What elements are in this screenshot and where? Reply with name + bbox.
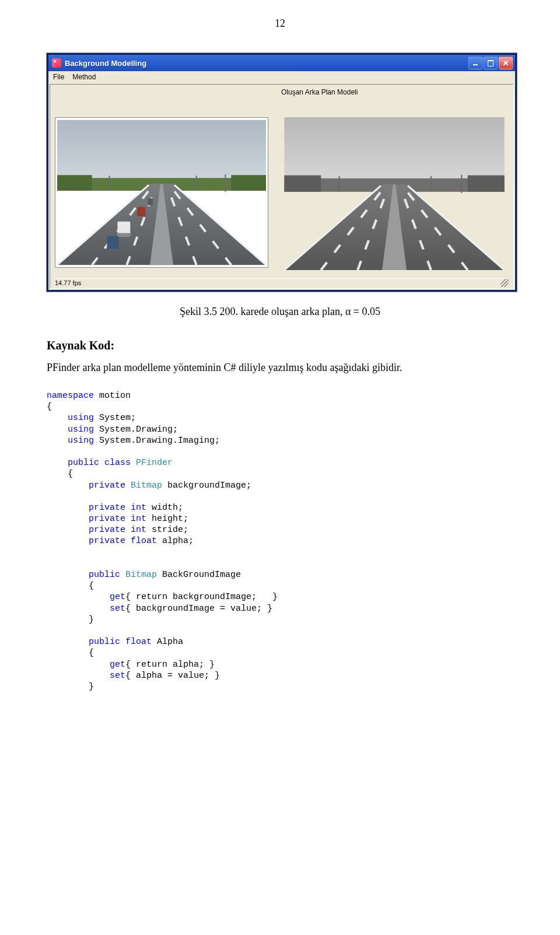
svg-rect-15 — [107, 236, 119, 249]
menu-file[interactable]: File — [53, 73, 64, 81]
svg-rect-14 — [137, 207, 145, 216]
svg-rect-23 — [284, 176, 321, 192]
input-frame-image — [55, 117, 268, 268]
maximize-button[interactable] — [484, 57, 498, 69]
menu-method[interactable]: Method — [72, 73, 96, 81]
code-listing: namespace motion { using System; using S… — [47, 390, 513, 692]
background-model-label: Oluşan Arka Plan Modeli — [281, 88, 509, 96]
app-icon — [52, 58, 61, 68]
source-code-heading: Kaynak Kod: — [47, 339, 513, 352]
menubar: File Method — [48, 71, 515, 83]
svg-rect-2 — [231, 175, 266, 191]
minimize-button[interactable] — [468, 57, 482, 69]
svg-rect-16 — [148, 198, 153, 205]
window-title: Background Modelling — [65, 59, 146, 68]
close-button[interactable] — [499, 57, 513, 69]
page-number: 12 — [47, 17, 513, 30]
titlebar: Background Modelling — [48, 55, 515, 71]
svg-rect-20 — [284, 117, 504, 184]
svg-rect-0 — [57, 120, 266, 184]
figure-caption: Şekil 3.5 200. karede oluşan arka plan, … — [47, 306, 513, 318]
svg-rect-22 — [468, 176, 505, 192]
client-area: Oluşan Arka Plan Modeli — [50, 84, 514, 289]
background-model-image — [281, 117, 508, 270]
svg-rect-3 — [57, 175, 92, 191]
statusbar: 14.77 fps — [55, 278, 509, 287]
resize-grip-icon[interactable] — [501, 279, 509, 287]
status-fps: 14.77 fps — [55, 279, 81, 286]
svg-rect-13 — [117, 233, 130, 237]
application-window: Background Modelling File Method — [47, 53, 517, 292]
body-text: PFinder arka plan modelleme yönteminin C… — [47, 362, 513, 374]
